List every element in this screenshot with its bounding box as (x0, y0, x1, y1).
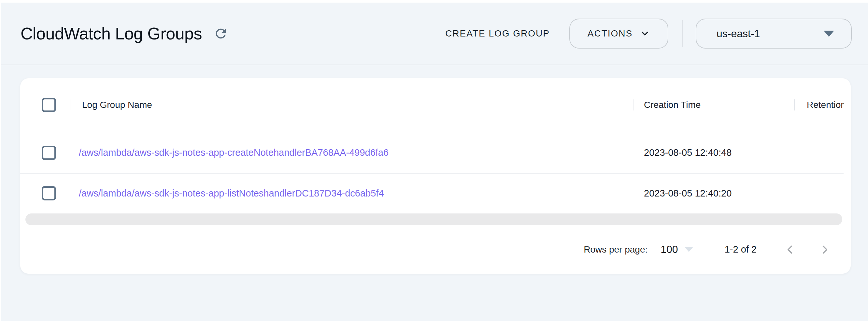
chevron-right-icon (818, 243, 832, 257)
header-actions: CREATE LOG GROUP ACTIONS us-east-1 (437, 19, 852, 49)
triangle-down-icon (685, 247, 693, 252)
table-scroll-viewport: Log Group Name Creation Time Retention /… (20, 78, 844, 213)
log-group-name-cell: /aws/lambda/aws-sdk-js-notes-app-listNot… (70, 188, 633, 199)
table-row: /aws/lambda/aws-sdk-js-notes-app-listNot… (20, 174, 844, 213)
chevron-down-icon (640, 28, 650, 39)
actions-button-label: ACTIONS (588, 28, 632, 39)
prev-page-button[interactable] (783, 242, 797, 257)
row-checkbox[interactable] (42, 186, 56, 200)
region-select-value: us-east-1 (717, 28, 760, 40)
create-log-group-button[interactable]: CREATE LOG GROUP (437, 22, 558, 45)
rows-per-page-label: Rows per page: (584, 244, 648, 255)
row-checkbox[interactable] (42, 146, 56, 160)
vertical-divider (682, 20, 683, 47)
table-header-row: Log Group Name Creation Time Retention (20, 78, 844, 132)
creation-time-cell: 2023-08-05 12:40:20 (633, 188, 794, 199)
column-header-creation-time: Creation Time (633, 100, 794, 110)
page-title: CloudWatch Log Groups (21, 24, 202, 43)
actions-button[interactable]: ACTIONS (569, 19, 668, 49)
rows-per-page-select[interactable]: 100 (660, 243, 693, 256)
row-checkbox-cell (20, 186, 70, 200)
log-group-link[interactable]: /aws/lambda/aws-sdk-js-notes-app-createN… (79, 147, 389, 158)
chevron-left-icon (783, 243, 797, 257)
select-all-checkbox[interactable] (42, 98, 56, 112)
column-header-retention: Retention (795, 100, 844, 110)
column-header-log-group-name: Log Group Name (70, 100, 633, 110)
creation-time-cell: 2023-08-05 12:40:48 (633, 147, 794, 158)
region-select[interactable]: us-east-1 (696, 19, 852, 49)
column-spacer (794, 188, 795, 199)
log-group-link[interactable]: /aws/lambda/aws-sdk-js-notes-app-listNot… (79, 188, 384, 199)
column-spacer (794, 147, 795, 158)
table-row: /aws/lambda/aws-sdk-js-notes-app-createN… (20, 132, 844, 174)
log-groups-card: Log Group Name Creation Time Retention /… (20, 78, 851, 274)
rows-per-page-value: 100 (660, 243, 678, 256)
row-checkbox-cell (20, 146, 70, 160)
pagination-range: 1-2 of 2 (725, 244, 756, 255)
pagination-bar: Rows per page: 100 1-2 of 2 (20, 226, 851, 273)
refresh-icon (213, 26, 228, 41)
app-background: CloudWatch Log Groups CREATE LOG GROUP A… (1, 3, 868, 321)
triangle-down-icon (824, 31, 834, 37)
log-group-name-cell: /aws/lambda/aws-sdk-js-notes-app-createN… (70, 147, 633, 158)
next-page-button[interactable] (817, 242, 832, 257)
horizontal-scrollbar-thumb[interactable] (25, 213, 842, 225)
refresh-button[interactable] (212, 24, 230, 43)
page-header: CloudWatch Log Groups CREATE LOG GROUP A… (1, 3, 868, 65)
horizontal-scrollbar-track (20, 213, 851, 226)
select-all-cell (20, 98, 70, 112)
